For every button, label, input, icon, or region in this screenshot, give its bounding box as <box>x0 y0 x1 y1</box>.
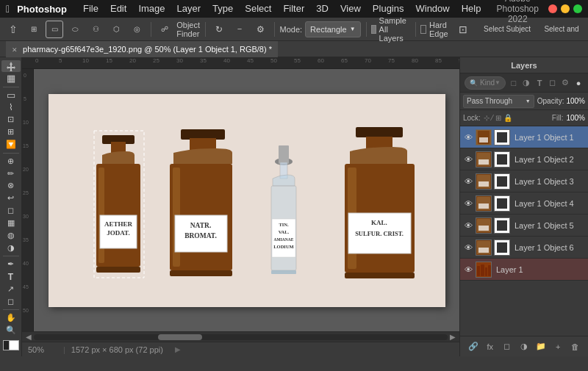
app-name[interactable]: Photoshop <box>17 4 67 15</box>
tool-brush[interactable]: ✏ <box>1 168 21 179</box>
lock-brush-icon[interactable]: ∕ <box>492 114 493 122</box>
layer-visibility-5[interactable]: 👁 <box>463 220 473 231</box>
tool-heal[interactable]: ⊕ <box>1 155 21 167</box>
layer-style-btn[interactable]: fx <box>484 340 497 353</box>
tool-rectangular-marquee[interactable]: ▭ <box>1 89 21 101</box>
new-layer-btn[interactable]: + <box>551 340 564 353</box>
layer-visibility-1[interactable]: 👁 <box>463 132 473 143</box>
lock-position-icon[interactable]: ⊹ <box>484 114 490 122</box>
lasso-select-btn[interactable]: ⚇ <box>87 21 104 38</box>
layers-kind-dropdown[interactable]: 🔍 Kind ▼ <box>465 76 506 90</box>
rectangle-select-btn[interactable]: ▭ <box>46 21 63 38</box>
canvas-viewport[interactable]: AETHER JODAT. <box>34 69 459 331</box>
scroll-left-btn[interactable]: ◀ <box>24 332 34 342</box>
tool-shape[interactable]: ◻ <box>1 295 21 307</box>
layer-row-base[interactable]: 👁 Layer 1 <box>460 259 588 281</box>
layer-visibility-4[interactable]: 👁 <box>463 198 473 209</box>
adjustment-filter-btn[interactable]: ◑ <box>522 77 532 89</box>
blend-mode-dropdown[interactable]: Pass Through ▼ <box>463 95 534 108</box>
tool-move[interactable] <box>1 60 21 72</box>
layer-visibility-6[interactable]: 👁 <box>463 242 473 253</box>
background-color[interactable] <box>9 340 19 350</box>
filter-toggle-btn[interactable]: ● <box>573 77 584 89</box>
tool-pen[interactable]: ✒ <box>1 259 21 270</box>
maximize-button[interactable] <box>573 4 582 13</box>
tool-object-select[interactable]: ⊡ <box>1 114 21 126</box>
tool-options-btn[interactable]: ⊞ <box>25 21 43 38</box>
link-layers-btn[interactable]: 🔗 <box>467 340 480 353</box>
type-filter-btn[interactable]: T <box>534 77 545 89</box>
tool-gradient[interactable]: ▦ <box>1 217 21 229</box>
fill-value[interactable]: 100% <box>566 114 585 122</box>
pixel-filter-btn[interactable]: □ <box>509 77 519 89</box>
tool-lasso[interactable]: ⌇ <box>1 101 21 113</box>
tool-type[interactable]: T <box>1 271 21 283</box>
lock-artboards-icon[interactable]: ⊞ <box>495 114 501 122</box>
select-subject-btn[interactable]: Select Subject <box>478 21 537 38</box>
subtract-btn[interactable]: － <box>231 21 248 38</box>
layer-visibility-2[interactable]: 👁 <box>463 154 473 165</box>
menu-help[interactable]: Help <box>456 0 487 18</box>
adjustment-layer-btn[interactable]: ◑ <box>517 340 531 353</box>
polygon-select-btn[interactable]: ⬡ <box>107 21 125 38</box>
magnetic-select-btn[interactable]: ◎ <box>128 21 146 38</box>
hscroll-track[interactable] <box>34 334 448 340</box>
ellipse-select-btn[interactable]: ⬭ <box>66 21 84 38</box>
layer-row[interactable]: 👁 Layer 1 Object 5 <box>460 215 588 237</box>
layer-row[interactable]: 👁 Layer 1 Object 3 <box>460 170 588 192</box>
tool-blur[interactable]: ◍ <box>1 229 21 241</box>
shape-filter-btn[interactable]: ◻ <box>548 77 558 89</box>
opacity-value[interactable]: 100% <box>566 97 585 105</box>
apple-logo[interactable]:  <box>6 3 10 15</box>
horizontal-scrollbar[interactable]: ◀ ▶ <box>22 331 459 342</box>
layer-row[interactable]: 👁 Layer 1 Object 6 <box>460 237 588 259</box>
tool-dodge[interactable]: ◑ <box>1 242 21 253</box>
menu-3d[interactable]: 3D <box>310 0 334 18</box>
menu-plugins[interactable]: Plugins <box>367 0 410 18</box>
move-tool-btn[interactable]: ⇧ <box>4 21 22 38</box>
status-arrow[interactable]: ▶ <box>175 345 181 353</box>
tool-clone[interactable]: ⊗ <box>1 180 21 192</box>
tab-close-x[interactable]: ✕ <box>12 46 18 54</box>
layer-visibility-base[interactable]: 👁 <box>463 264 473 275</box>
layer-row[interactable]: 👁 Layer 1 Object 4 <box>460 192 588 215</box>
menu-file[interactable]: File <box>77 0 104 18</box>
tool-eraser[interactable]: ◻ <box>1 205 21 217</box>
tool-crop[interactable]: ⊞ <box>1 126 21 138</box>
mode-dropdown[interactable]: Rectangle ▼ <box>305 21 360 37</box>
menu-image[interactable]: Image <box>132 0 171 18</box>
close-button[interactable] <box>548 4 557 13</box>
new-group-btn[interactable]: 📁 <box>534 340 548 353</box>
tool-eyedropper[interactable]: 🔽 <box>1 139 21 151</box>
smart-filter-btn[interactable]: ⚙ <box>561 77 571 89</box>
hscroll-thumb[interactable] <box>158 334 202 340</box>
menu-select[interactable]: Select <box>239 0 277 18</box>
minimize-button[interactable] <box>561 4 570 13</box>
layer-mask-btn[interactable]: ◻ <box>501 340 514 353</box>
settings-btn[interactable]: ⚙ <box>251 21 269 38</box>
layer-row[interactable]: 👁 Layer 1 Object 1 <box>460 126 588 148</box>
menu-edit[interactable]: Edit <box>104 0 132 18</box>
menu-layer[interactable]: Layer <box>171 0 207 18</box>
refresh-btn[interactable]: ↻ <box>210 21 228 38</box>
tool-zoom[interactable]: 🔍 <box>1 325 21 336</box>
tool-history-brush[interactable]: ↩ <box>1 192 21 204</box>
layer-row[interactable]: 👁 Layer 1 Object 2 <box>460 148 588 170</box>
menu-type[interactable]: Type <box>207 0 239 18</box>
lock-all-icon[interactable]: 🔒 <box>503 114 512 122</box>
extra-btn[interactable]: ⊡ <box>454 21 472 38</box>
scroll-right-btn[interactable]: ▶ <box>448 332 458 342</box>
layer-visibility-3[interactable]: 👁 <box>463 176 473 187</box>
tool-path-select[interactable]: ↗ <box>1 283 21 295</box>
delete-layer-btn[interactable]: 🗑 <box>568 340 581 353</box>
menu-window[interactable]: Window <box>409 0 455 18</box>
fg-bg-colors[interactable] <box>3 340 19 350</box>
active-tab[interactable]: ✕ pharmacy-g65f647e3e_1920.png @ 50% (La… <box>6 41 278 57</box>
tool-hand[interactable]: ✋ <box>1 312 21 324</box>
select-and-mask-btn[interactable]: Select and <box>539 21 584 38</box>
sample-all-layers-checkbox[interactable] <box>371 25 376 34</box>
tool-artboard[interactable]: ▦ <box>1 73 21 84</box>
hard-edge-checkbox[interactable] <box>420 25 426 34</box>
menu-filter[interactable]: Filter <box>277 0 310 18</box>
menu-view[interactable]: View <box>334 0 367 18</box>
